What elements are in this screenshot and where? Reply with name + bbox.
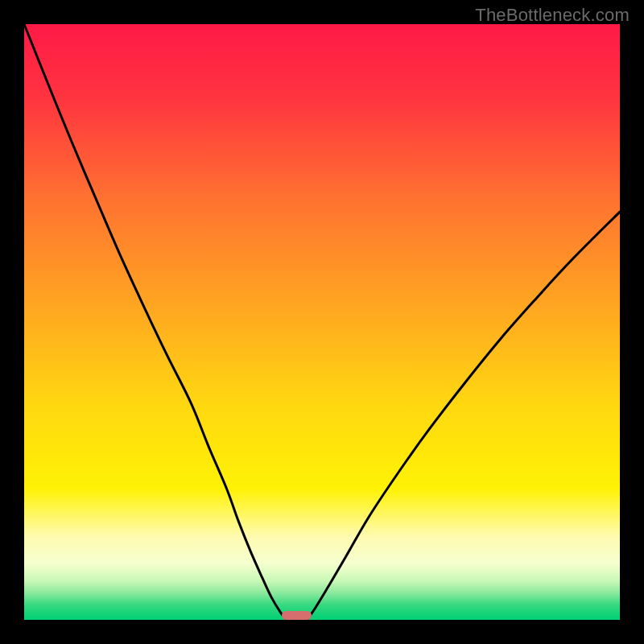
plot-area	[24, 24, 620, 620]
right-branch-path	[308, 212, 621, 620]
chart-frame: TheBottleneck.com	[0, 0, 644, 644]
curve-layer	[24, 24, 620, 620]
minimum-marker	[282, 611, 312, 620]
left-branch-path	[24, 24, 287, 620]
watermark-text: TheBottleneck.com	[475, 5, 630, 26]
